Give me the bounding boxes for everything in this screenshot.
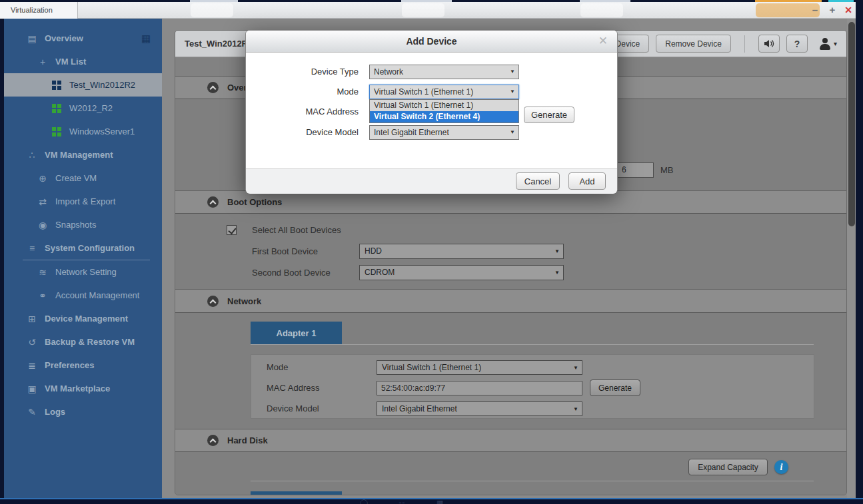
user-menu[interactable]: ▾ bbox=[818, 37, 837, 51]
sidebar-item-create-vm[interactable]: ⊕ Create VM bbox=[4, 166, 162, 190]
hard-disk-section-body: Expand Capacity i bbox=[175, 452, 846, 495]
window-title-tab[interactable]: Virtualization Station bbox=[0, 2, 78, 19]
dropdown-arrow-icon: ▼ bbox=[510, 85, 515, 99]
ghost-app-icon bbox=[191, 3, 233, 17]
mode-select[interactable]: Virtual Switch 1 (Ethernet 1) ▼ bbox=[377, 360, 582, 375]
sidebar-item-backup-restore[interactable]: ↺ Backup & Restore VM bbox=[4, 330, 162, 354]
dialog-titlebar: Add Device bbox=[246, 31, 617, 53]
device-model-label: Device Model bbox=[267, 401, 319, 416]
close-window-button[interactable]: ✕ bbox=[841, 2, 856, 19]
boot-options-section-header[interactable]: Boot Options bbox=[175, 190, 846, 214]
add-button[interactable]: Add bbox=[568, 172, 606, 190]
system-configuration-icon: ≡ bbox=[25, 243, 39, 254]
hard-disk-section-header[interactable]: Hard Disk bbox=[175, 429, 846, 452]
speaker-icon bbox=[764, 39, 774, 48]
sidebar-item-vm-list[interactable]: + VM List bbox=[4, 50, 162, 73]
tab-underline bbox=[251, 344, 814, 345]
boot-options-section-body: Select All Boot Devices First Boot Devic… bbox=[175, 214, 846, 289]
collapse-chevron-icon[interactable] bbox=[207, 196, 219, 208]
mode-select[interactable]: Virtual Switch 1 (Ethernet 1) ▼ bbox=[369, 85, 519, 99]
taskbar-ghost-icon: ▦ bbox=[436, 499, 443, 504]
preferences-icon: ≣ bbox=[25, 360, 39, 371]
import-export-icon: ⇄ bbox=[36, 196, 49, 207]
add-device-dialog: Add Device ✕ Device Type Network ▼ Mode … bbox=[245, 30, 618, 193]
generate-mac-button[interactable]: Generate bbox=[524, 107, 574, 123]
mode-label: Mode bbox=[267, 360, 289, 375]
device-model-select[interactable]: Intel Gigabit Ethernet ▼ bbox=[369, 125, 519, 140]
sidebar-item-network-setting[interactable]: ≋ Network Setting bbox=[4, 260, 162, 284]
header-divider bbox=[744, 35, 745, 53]
expand-capacity-button[interactable]: Expand Capacity bbox=[688, 459, 768, 475]
dropdown-arrow-icon: ▼ bbox=[554, 244, 560, 258]
help-button[interactable]: ? bbox=[786, 35, 808, 53]
window-titlebar: Virtualization Station – + ✕ bbox=[0, 2, 856, 19]
mode-label: Mode bbox=[246, 85, 359, 99]
network-section-header[interactable]: Network bbox=[175, 289, 846, 313]
vm-tiles-icon bbox=[52, 104, 61, 113]
adapter-1-tab[interactable]: Adapter 1 bbox=[251, 322, 342, 345]
network-section-body: Adapter 1 Mode Virtual Switch 1 (Etherne… bbox=[175, 313, 846, 429]
audio-button[interactable] bbox=[758, 35, 780, 53]
overview-icon: ▤ bbox=[25, 33, 39, 44]
columns-view-icon[interactable]: ▦ bbox=[139, 33, 153, 45]
taskbar-ghost-icon: ⚍ bbox=[399, 499, 405, 504]
header-actions: Add Device Remove Device ? ▾ bbox=[590, 35, 837, 53]
dropdown-arrow-icon: ▼ bbox=[510, 65, 515, 79]
mac-address-label: MAC Address bbox=[267, 381, 319, 395]
snapshots-icon: ◉ bbox=[36, 220, 49, 230]
sidebar-item-device-management[interactable]: ⊞ Device Management bbox=[4, 307, 162, 330]
remove-device-button[interactable]: Remove Device bbox=[656, 35, 731, 53]
sidebar-item-vm-marketplace[interactable]: ▣ VM Marketplace bbox=[4, 377, 162, 400]
minimize-button[interactable]: – bbox=[808, 2, 822, 19]
device-model-select[interactable]: Intel Gigabit Ethernet ▼ bbox=[377, 401, 582, 416]
caret-down-icon: ▾ bbox=[834, 40, 837, 47]
select-all-boot-checkbox[interactable] bbox=[227, 225, 237, 235]
second-boot-select[interactable]: CDROM ▼ bbox=[359, 265, 564, 280]
dialog-close-icon[interactable]: ✕ bbox=[598, 33, 608, 49]
network-setting-icon: ≋ bbox=[36, 267, 49, 278]
sidebar-item-system-configuration[interactable]: ≡ System Configuration bbox=[4, 236, 162, 260]
mode-option-virtual-switch-1[interactable]: Virtual Switch 1 (Ethernet 1) bbox=[370, 100, 518, 111]
info-icon[interactable]: i bbox=[774, 460, 788, 474]
virtualization-station-window: Virtualization Station – + ✕ ▤ Overview … bbox=[0, 0, 863, 504]
scrollbar-thumb[interactable] bbox=[848, 22, 855, 226]
collapse-chevron-icon[interactable] bbox=[207, 435, 219, 446]
vm-management-icon: ∴ bbox=[25, 150, 39, 160]
collapse-chevron-icon[interactable] bbox=[207, 296, 219, 307]
sidebar-item-vm-test-win2012r2[interactable]: Test_Win2012R2 bbox=[4, 73, 162, 97]
sidebar-item-preferences[interactable]: ≣ Preferences bbox=[4, 354, 162, 377]
device-management-icon: ⊞ bbox=[25, 314, 39, 324]
plus-icon: + bbox=[36, 57, 49, 67]
sidebar-item-overview[interactable]: ▤ Overview ▦ bbox=[4, 27, 162, 50]
mode-option-virtual-switch-2[interactable]: Virtual Switch 2 (Ethernet 4) bbox=[370, 111, 518, 123]
sidebar-item-vm-w2012-r2[interactable]: W2012_R2 bbox=[4, 97, 162, 120]
maximize-button[interactable]: + bbox=[825, 2, 840, 19]
desktop-taskbar: ◯ ⚍ ▦ bbox=[0, 498, 863, 504]
device-model-label: Device Model bbox=[246, 125, 359, 140]
sidebar-item-vm-windowsserver1[interactable]: WindowsServer1 bbox=[4, 120, 162, 143]
sidebar-item-vm-management[interactable]: ∴ VM Management bbox=[4, 143, 162, 166]
cancel-button[interactable]: Cancel bbox=[516, 172, 560, 190]
dropdown-arrow-icon: ▼ bbox=[554, 266, 560, 280]
ghost-app-icon bbox=[580, 3, 623, 17]
sidebar-item-logs[interactable]: ✎ Logs bbox=[4, 400, 162, 423]
hard-disk-divider bbox=[251, 481, 814, 481]
taskbar-ghost-icon: ◯ bbox=[360, 499, 368, 504]
device-type-select[interactable]: Network ▼ bbox=[369, 65, 519, 79]
sidebar-item-snapshots[interactable]: ◉ Snapshots bbox=[4, 213, 162, 236]
logs-icon: ✎ bbox=[25, 407, 39, 417]
hard-disk-tab-partial[interactable] bbox=[251, 491, 342, 495]
ghost-app-icon bbox=[402, 3, 444, 17]
generate-mac-button[interactable]: Generate bbox=[590, 379, 640, 396]
sidebar-item-import-export[interactable]: ⇄ Import & Export bbox=[4, 190, 162, 213]
adapter-settings-group: Mode Virtual Switch 1 (Ethernet 1) ▼ MAC… bbox=[251, 354, 814, 419]
page-title: Test_Win2012R2 bbox=[185, 39, 253, 49]
sidebar-item-account-management[interactable]: ⚭ Account Management bbox=[4, 284, 162, 307]
dropdown-arrow-icon: ▼ bbox=[573, 402, 578, 416]
scrollbar-track[interactable] bbox=[847, 19, 856, 498]
first-boot-label: First Boot Device bbox=[252, 244, 318, 259]
collapse-chevron-icon[interactable] bbox=[207, 82, 219, 93]
user-icon bbox=[818, 37, 832, 51]
first-boot-select[interactable]: HDD ▼ bbox=[359, 244, 564, 259]
mac-address-input[interactable]: 52:54:00:ac:d9:77 bbox=[377, 381, 582, 395]
